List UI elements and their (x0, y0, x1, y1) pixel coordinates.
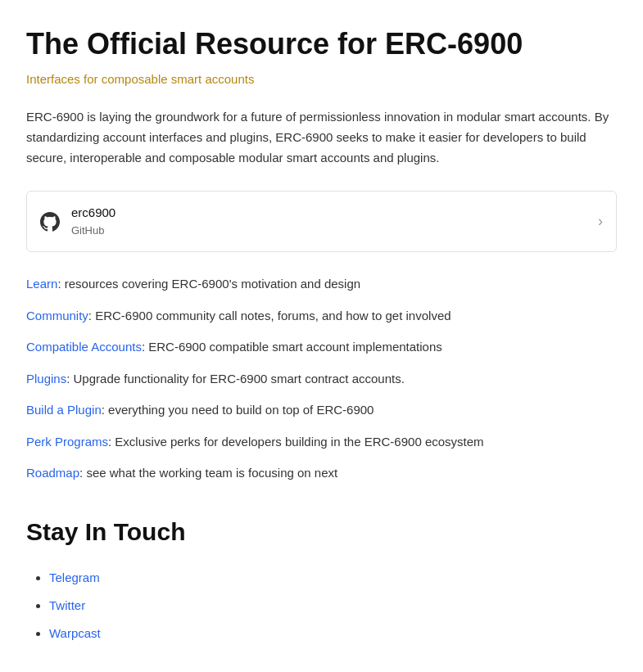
roadmap-text: : see what the working team is focusing … (79, 466, 337, 480)
github-card-name: erc6900 (71, 203, 115, 223)
list-item: Telegram (49, 568, 617, 588)
telegram-link[interactable]: Telegram (49, 571, 100, 584)
community-text: : ERC-6900 community call notes, forums,… (88, 309, 451, 322)
links-section: Learn: resources covering ERC-6900's mot… (26, 275, 617, 483)
warpcast-link[interactable]: Warpcast (49, 626, 101, 640)
list-item: Build a Plugin: everything you need to b… (26, 401, 617, 420)
list-item: Plugins: Upgrade functionality for ERC-6… (26, 370, 617, 389)
community-link[interactable]: Community (26, 309, 88, 322)
plugins-link[interactable]: Plugins (26, 372, 66, 386)
compatible-accounts-link[interactable]: Compatible Accounts (26, 340, 142, 354)
list-item: Community: ERC-6900 community call notes… (26, 307, 617, 326)
roadmap-link[interactable]: Roadmap (26, 466, 79, 480)
build-a-plugin-link[interactable]: Build a Plugin (26, 403, 102, 417)
learn-text: : resources covering ERC-6900's motivati… (57, 277, 360, 291)
list-item: Twitter (49, 596, 617, 616)
list-item: Perk Programs: Exclusive perks for devel… (26, 433, 617, 452)
list-item: Roadmap: see what the working team is fo… (26, 464, 617, 483)
page-description: ERC-6900 is laying the groundwork for a … (26, 107, 617, 168)
stay-in-touch-title: Stay In Touch (26, 512, 617, 552)
twitter-link[interactable]: Twitter (49, 598, 85, 612)
build-a-plugin-text: : everything you need to build on top of… (102, 403, 374, 417)
github-icon (40, 212, 60, 232)
plugins-text: : Upgrade functionality for ERC-6900 sma… (66, 372, 405, 386)
github-card-link[interactable]: erc6900 GitHub › (26, 191, 617, 252)
github-card-content: erc6900 GitHub (40, 203, 115, 240)
list-item: Compatible Accounts: ERC-6900 compatible… (26, 338, 617, 357)
list-item: Warpcast (49, 624, 617, 643)
perk-programs-text: : Exclusive perks for developers buildin… (108, 435, 484, 449)
page-subtitle: Interfaces for composable smart accounts (26, 70, 617, 89)
touch-list: Telegram Twitter Warpcast (26, 568, 617, 643)
perk-programs-link[interactable]: Perk Programs (26, 435, 108, 449)
compatible-accounts-text: : ERC-6900 compatible smart account impl… (142, 340, 442, 354)
page-title: The Official Resource for ERC-6900 (26, 26, 617, 61)
learn-link[interactable]: Learn (26, 277, 57, 291)
chevron-right-icon: › (598, 210, 603, 233)
list-item: Learn: resources covering ERC-6900's mot… (26, 275, 617, 294)
github-card-label: GitHub (71, 223, 115, 240)
stay-in-touch-section: Stay In Touch Telegram Twitter Warpcast (26, 512, 617, 643)
